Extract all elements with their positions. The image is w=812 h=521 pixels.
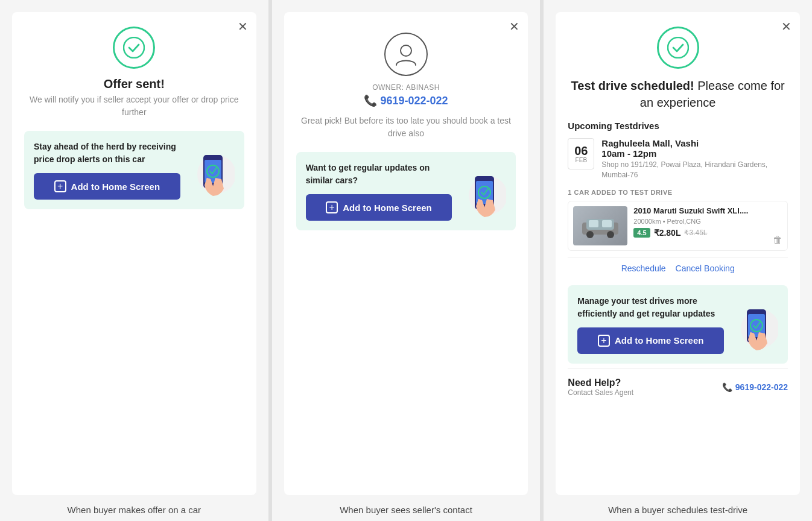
panel2-highlight-box: Want to get regular updates on similar c… — [296, 152, 516, 230]
panel2-highlight-text: Want to get regular updates on similar c… — [306, 162, 452, 187]
panel-seller-contact: ✕ OWNER: ABINASH 📞 9619-022-022 Great pi… — [272, 0, 541, 521]
panel2-phone-icon: 📞 — [364, 95, 380, 107]
svg-point-16 — [607, 231, 614, 238]
panel3-title: Test drive scheduled! Please come for an… — [568, 77, 788, 111]
panel1-highlight-text: Stay ahead of the herd by receiving pric… — [34, 141, 180, 166]
panel3-phone-illustration — [730, 297, 778, 352]
panel3-upcoming-label: Upcoming Testdrives — [568, 121, 788, 131]
panel-offer-sent: ✕ Offer sent! We will notify you if sell… — [0, 0, 268, 521]
panel3-plus-icon: + — [598, 335, 610, 347]
panel3-add-btn-label: Add to Home Screen — [615, 335, 704, 346]
testdrive-item: 06 FEB Raghuleela Mall, Vashi 10am - 12p… — [568, 138, 788, 180]
panel2-close-button[interactable]: ✕ — [509, 21, 519, 33]
panel2-body-text: Great pick! But before its too late you … — [296, 115, 516, 140]
car-price: ₹2.80L — [654, 228, 681, 238]
car-card: 2010 Maruti Suzuki Swift XLI.... 20000km… — [568, 201, 788, 251]
help-phone[interactable]: 📞 9619-022-022 — [722, 382, 788, 392]
panel1-subtitle: We will notify you if seller accept your… — [24, 93, 244, 119]
panel2-phone-number: 📞 9619-022-022 — [296, 94, 516, 107]
panel2-phone-illustration — [458, 164, 506, 218]
panel1-plus-icon: + — [54, 180, 66, 192]
panel2-owner-label: OWNER: ABINASH — [296, 83, 516, 92]
date-day: 06 — [574, 145, 588, 157]
panel1-checkmark-icon — [113, 27, 155, 69]
panel1-highlight-box: Stay ahead of the herd by receiving pric… — [24, 131, 244, 209]
panel3-add-button[interactable]: + Add to Home Screen — [577, 327, 724, 354]
svg-rect-13 — [589, 220, 598, 227]
panel2-user-icon — [384, 33, 428, 76]
svg-point-0 — [124, 37, 144, 58]
panel-seller-contact-card: ✕ OWNER: ABINASH 📞 9619-022-022 Great pi… — [284, 12, 528, 495]
panel3-close-button[interactable]: ✕ — [781, 21, 791, 33]
reschedule-link[interactable]: Reschedule — [621, 264, 666, 273]
panel-testdrive: ✕ Test drive scheduled! Please come for … — [544, 0, 812, 521]
car-thumb-inner — [573, 206, 627, 245]
svg-rect-14 — [602, 220, 612, 227]
help-left: Need Help? Contact Sales Agent — [568, 377, 633, 397]
help-phone-number: 9619-022-022 — [735, 382, 788, 392]
svg-point-10 — [668, 37, 688, 58]
car-price-old: ₹3.45L — [684, 229, 707, 237]
car-name: 2010 Maruti Suzuki Swift XLI.... — [633, 206, 782, 216]
testdrive-info: Raghuleela Mall, Vashi 10am - 12pm Shop … — [601, 138, 788, 180]
car-thumbnail — [573, 206, 627, 245]
panel3-caption: When a buyer schedules test-drive — [608, 495, 747, 521]
cancel-booking-link[interactable]: Cancel Booking — [676, 264, 735, 273]
testdrive-address: Shop no 191/192, Powai Plaza, Hirandani … — [601, 160, 788, 180]
car-meta: 20000km • Petrol,CNG — [633, 218, 782, 225]
panel1-phone-illustration — [186, 143, 235, 197]
car-price-row: 4.5 ₹2.80L ₹3.45L — [633, 228, 782, 238]
panel3-highlight-box: Manage your test drives more efficiently… — [568, 285, 788, 364]
panel3-manage-text: Manage your test drives more efficiently… — [577, 295, 724, 320]
trash-icon[interactable]: 🗑 — [773, 235, 782, 245]
panel-offer-sent-card: ✕ Offer sent! We will notify you if sell… — [12, 12, 256, 495]
phone-icon-small: 📞 — [722, 382, 732, 392]
car-rating: 4.5 — [633, 228, 650, 238]
help-row: Need Help? Contact Sales Agent 📞 9619-02… — [568, 368, 788, 397]
action-links: Reschedule Cancel Booking — [568, 257, 788, 279]
panel-testdrive-card: ✕ Test drive scheduled! Please come for … — [556, 12, 800, 495]
panel2-add-button[interactable]: + Add to Home Screen — [306, 194, 452, 221]
help-title: Need Help? — [568, 377, 633, 388]
car-added-label: 1 CAR ADDED TO TEST DRIVE — [568, 189, 788, 196]
panel2-plus-icon: + — [326, 201, 338, 213]
date-month: FEB — [576, 157, 587, 163]
panel2-add-btn-label: Add to Home Screen — [343, 203, 432, 213]
help-subtitle: Contact Sales Agent — [568, 388, 633, 397]
panel1-caption: When buyer makes offer on a car — [68, 495, 201, 521]
testdrive-location: Raghuleela Mall, Vashi — [601, 138, 788, 148]
testdrive-time: 10am - 12pm — [601, 148, 788, 159]
svg-point-5 — [401, 45, 411, 56]
panel1-add-btn-label: Add to Home Screen — [71, 182, 160, 192]
car-details: 2010 Maruti Suzuki Swift XLI.... 20000km… — [633, 206, 782, 245]
panel2-caption: When buyer sees seller's contact — [340, 495, 472, 521]
panel1-close-button[interactable]: ✕ — [238, 21, 248, 33]
panel3-checkmark-icon — [657, 27, 699, 69]
panel1-add-button[interactable]: + Add to Home Screen — [34, 173, 180, 200]
date-box: 06 FEB — [568, 138, 594, 169]
panel1-title: Offer sent! — [24, 77, 244, 91]
svg-point-15 — [586, 231, 594, 238]
